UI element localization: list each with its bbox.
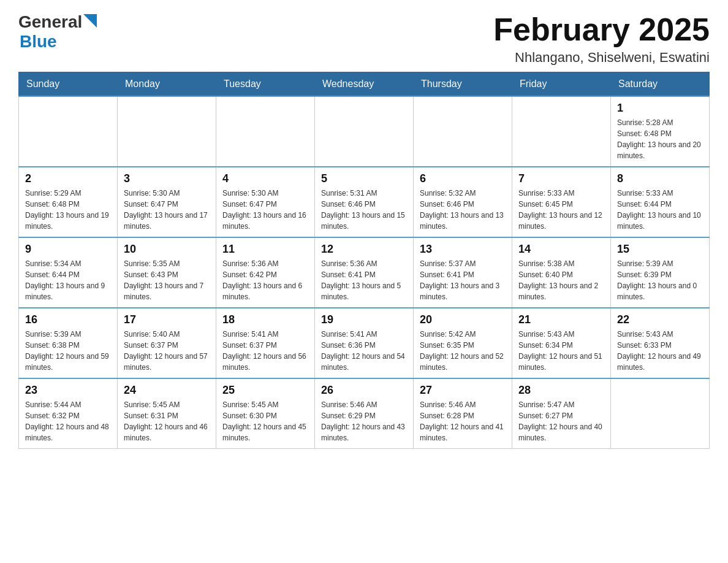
calendar-cell: 6Sunrise: 5:32 AMSunset: 6:46 PMDaylight… xyxy=(414,167,512,237)
logo-general: General xyxy=(18,12,82,32)
day-number: 12 xyxy=(321,243,407,256)
day-number: 10 xyxy=(124,243,210,256)
calendar-header-row: SundayMondayTuesdayWednesdayThursdayFrid… xyxy=(19,72,710,97)
day-info: Sunrise: 5:39 AMSunset: 6:39 PMDaylight:… xyxy=(617,258,703,302)
day-info: Sunrise: 5:42 AMSunset: 6:35 PMDaylight:… xyxy=(420,329,506,373)
day-number: 15 xyxy=(617,243,703,256)
calendar-cell: 2Sunrise: 5:29 AMSunset: 6:48 PMDaylight… xyxy=(19,167,118,237)
column-header-sunday: Sunday xyxy=(19,72,118,97)
calendar-cell: 10Sunrise: 5:35 AMSunset: 6:43 PMDayligh… xyxy=(118,237,216,308)
day-info: Sunrise: 5:41 AMSunset: 6:37 PMDaylight:… xyxy=(222,329,308,373)
day-info: Sunrise: 5:28 AMSunset: 6:48 PMDaylight:… xyxy=(617,117,703,161)
svg-marker-0 xyxy=(83,14,97,28)
calendar-cell: 27Sunrise: 5:46 AMSunset: 6:28 PMDayligh… xyxy=(414,378,512,449)
calendar-title: February 2025 xyxy=(493,12,710,47)
day-number: 3 xyxy=(124,172,210,185)
calendar-cell: 4Sunrise: 5:30 AMSunset: 6:47 PMDaylight… xyxy=(216,167,315,237)
day-info: Sunrise: 5:33 AMSunset: 6:45 PMDaylight:… xyxy=(518,188,604,232)
calendar-cell: 12Sunrise: 5:36 AMSunset: 6:41 PMDayligh… xyxy=(315,237,414,308)
day-number: 27 xyxy=(420,384,506,397)
calendar-week-row: 16Sunrise: 5:39 AMSunset: 6:38 PMDayligh… xyxy=(19,308,710,378)
day-number: 13 xyxy=(420,243,506,256)
day-number: 5 xyxy=(321,172,407,185)
title-section: February 2025 Nhlangano, Shiselweni, Esw… xyxy=(493,12,710,66)
calendar-cell: 17Sunrise: 5:40 AMSunset: 6:37 PMDayligh… xyxy=(118,308,216,378)
calendar-week-row: 23Sunrise: 5:44 AMSunset: 6:32 PMDayligh… xyxy=(19,378,710,449)
calendar-cell: 16Sunrise: 5:39 AMSunset: 6:38 PMDayligh… xyxy=(19,308,118,378)
calendar-cell: 3Sunrise: 5:30 AMSunset: 6:47 PMDaylight… xyxy=(118,167,216,237)
calendar-cell: 24Sunrise: 5:45 AMSunset: 6:31 PMDayligh… xyxy=(118,378,216,449)
calendar-cell: 23Sunrise: 5:44 AMSunset: 6:32 PMDayligh… xyxy=(19,378,118,449)
day-info: Sunrise: 5:40 AMSunset: 6:37 PMDaylight:… xyxy=(124,329,210,373)
calendar-cell: 20Sunrise: 5:42 AMSunset: 6:35 PMDayligh… xyxy=(414,308,512,378)
calendar-cell: 14Sunrise: 5:38 AMSunset: 6:40 PMDayligh… xyxy=(512,237,611,308)
day-info: Sunrise: 5:34 AMSunset: 6:44 PMDaylight:… xyxy=(25,258,111,302)
day-number: 19 xyxy=(321,313,407,326)
calendar-cell: 7Sunrise: 5:33 AMSunset: 6:45 PMDaylight… xyxy=(512,167,611,237)
day-info: Sunrise: 5:44 AMSunset: 6:32 PMDaylight:… xyxy=(25,399,111,443)
day-number: 4 xyxy=(222,172,308,185)
calendar-cell: 11Sunrise: 5:36 AMSunset: 6:42 PMDayligh… xyxy=(216,237,315,308)
day-info: Sunrise: 5:45 AMSunset: 6:30 PMDaylight:… xyxy=(222,399,308,443)
calendar-cell: 1Sunrise: 5:28 AMSunset: 6:48 PMDaylight… xyxy=(611,96,710,167)
calendar-cell xyxy=(611,378,710,449)
day-number: 26 xyxy=(321,384,407,397)
logo: General Blue xyxy=(18,12,97,52)
day-info: Sunrise: 5:32 AMSunset: 6:46 PMDaylight:… xyxy=(420,188,506,232)
calendar-week-row: 2Sunrise: 5:29 AMSunset: 6:48 PMDaylight… xyxy=(19,167,710,237)
column-header-tuesday: Tuesday xyxy=(216,72,315,97)
page-header: General Blue February 2025 Nhlangano, Sh… xyxy=(18,12,710,66)
column-header-saturday: Saturday xyxy=(611,72,710,97)
day-info: Sunrise: 5:36 AMSunset: 6:42 PMDaylight:… xyxy=(222,258,308,302)
day-number: 18 xyxy=(222,313,308,326)
calendar-cell: 22Sunrise: 5:43 AMSunset: 6:33 PMDayligh… xyxy=(611,308,710,378)
day-info: Sunrise: 5:43 AMSunset: 6:33 PMDaylight:… xyxy=(617,329,703,373)
calendar-cell: 5Sunrise: 5:31 AMSunset: 6:46 PMDaylight… xyxy=(315,167,414,237)
day-info: Sunrise: 5:46 AMSunset: 6:29 PMDaylight:… xyxy=(321,399,407,443)
day-number: 28 xyxy=(518,384,604,397)
day-info: Sunrise: 5:41 AMSunset: 6:36 PMDaylight:… xyxy=(321,329,407,373)
calendar-cell xyxy=(512,96,611,167)
day-number: 8 xyxy=(617,172,703,185)
day-info: Sunrise: 5:33 AMSunset: 6:44 PMDaylight:… xyxy=(617,188,703,232)
day-number: 22 xyxy=(617,313,703,326)
calendar-cell: 25Sunrise: 5:45 AMSunset: 6:30 PMDayligh… xyxy=(216,378,315,449)
logo-triangle-icon xyxy=(83,14,97,28)
day-info: Sunrise: 5:43 AMSunset: 6:34 PMDaylight:… xyxy=(518,329,604,373)
calendar-cell: 9Sunrise: 5:34 AMSunset: 6:44 PMDaylight… xyxy=(19,237,118,308)
day-number: 24 xyxy=(124,384,210,397)
calendar-cell: 13Sunrise: 5:37 AMSunset: 6:41 PMDayligh… xyxy=(414,237,512,308)
day-info: Sunrise: 5:37 AMSunset: 6:41 PMDaylight:… xyxy=(420,258,506,302)
calendar-subtitle: Nhlangano, Shiselweni, Eswatini xyxy=(493,50,710,66)
day-number: 21 xyxy=(518,313,604,326)
day-number: 20 xyxy=(420,313,506,326)
column-header-thursday: Thursday xyxy=(414,72,512,97)
calendar-week-row: 9Sunrise: 5:34 AMSunset: 6:44 PMDaylight… xyxy=(19,237,710,308)
calendar-cell: 28Sunrise: 5:47 AMSunset: 6:27 PMDayligh… xyxy=(512,378,611,449)
day-number: 14 xyxy=(518,243,604,256)
calendar-cell: 26Sunrise: 5:46 AMSunset: 6:29 PMDayligh… xyxy=(315,378,414,449)
day-info: Sunrise: 5:29 AMSunset: 6:48 PMDaylight:… xyxy=(25,188,111,232)
day-number: 7 xyxy=(518,172,604,185)
day-info: Sunrise: 5:45 AMSunset: 6:31 PMDaylight:… xyxy=(124,399,210,443)
column-header-friday: Friday xyxy=(512,72,611,97)
day-number: 2 xyxy=(25,172,111,185)
calendar-cell: 18Sunrise: 5:41 AMSunset: 6:37 PMDayligh… xyxy=(216,308,315,378)
calendar-cell xyxy=(216,96,315,167)
calendar-cell: 21Sunrise: 5:43 AMSunset: 6:34 PMDayligh… xyxy=(512,308,611,378)
day-info: Sunrise: 5:38 AMSunset: 6:40 PMDaylight:… xyxy=(518,258,604,302)
day-number: 25 xyxy=(222,384,308,397)
calendar-week-row: 1Sunrise: 5:28 AMSunset: 6:48 PMDaylight… xyxy=(19,96,710,167)
calendar-cell: 19Sunrise: 5:41 AMSunset: 6:36 PMDayligh… xyxy=(315,308,414,378)
day-number: 17 xyxy=(124,313,210,326)
day-info: Sunrise: 5:31 AMSunset: 6:46 PMDaylight:… xyxy=(321,188,407,232)
calendar-cell: 15Sunrise: 5:39 AMSunset: 6:39 PMDayligh… xyxy=(611,237,710,308)
day-number: 6 xyxy=(420,172,506,185)
logo-blue: Blue xyxy=(20,32,57,51)
day-info: Sunrise: 5:30 AMSunset: 6:47 PMDaylight:… xyxy=(222,188,308,232)
day-info: Sunrise: 5:36 AMSunset: 6:41 PMDaylight:… xyxy=(321,258,407,302)
column-header-monday: Monday xyxy=(118,72,216,97)
day-number: 9 xyxy=(25,243,111,256)
calendar-cell: 8Sunrise: 5:33 AMSunset: 6:44 PMDaylight… xyxy=(611,167,710,237)
day-info: Sunrise: 5:39 AMSunset: 6:38 PMDaylight:… xyxy=(25,329,111,373)
